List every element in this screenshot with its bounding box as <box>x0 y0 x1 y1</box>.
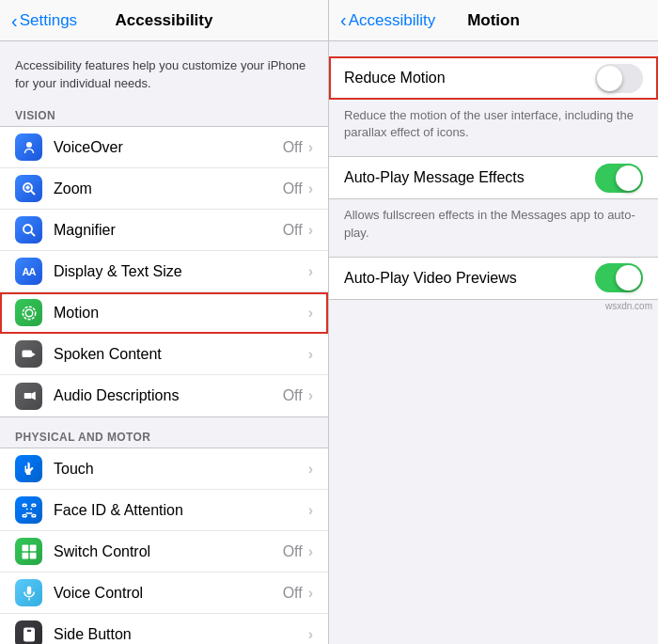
side-chevron-icon: › <box>308 626 313 643</box>
zoom-value: Off <box>283 181 303 197</box>
right-panel: ‹ Accessibility Motion Reduce Motion Red… <box>329 0 658 644</box>
settings-row-display[interactable]: AA Display & Text Size › <box>0 251 328 292</box>
zoom-label: Zoom <box>54 181 283 197</box>
autoplay-messages-toggle[interactable] <box>595 164 643 193</box>
magnifier-label: Magnifier <box>54 222 283 239</box>
svg-rect-13 <box>32 504 36 506</box>
left-back-label: Settings <box>20 11 77 30</box>
right-content: Reduce Motion Reduce the motion of the u… <box>329 41 658 315</box>
voice-chevron-icon: › <box>308 585 313 602</box>
voice-icon <box>15 579 42 606</box>
switch-value: Off <box>283 543 303 560</box>
display-label: Display & Text Size <box>54 263 308 280</box>
magnifier-chevron-icon: › <box>308 222 313 239</box>
svg-rect-23 <box>26 630 31 632</box>
svg-rect-20 <box>26 586 31 594</box>
voice-value: Off <box>283 585 303 602</box>
svg-marker-10 <box>24 393 31 399</box>
svg-rect-9 <box>22 350 32 357</box>
autoplay-messages-group: Auto-Play Message Effects <box>329 156 658 199</box>
touch-chevron-icon: › <box>308 461 313 478</box>
autoplay-video-row: Auto-Play Video Previews <box>329 258 658 299</box>
settings-row-audio[interactable]: Audio Descriptions Off › <box>0 375 328 416</box>
switch-icon <box>15 538 42 565</box>
reduce-motion-toggle[interactable] <box>595 64 643 93</box>
toggle-thumb <box>597 66 622 91</box>
reduce-motion-description: Reduce the motion of the user interface,… <box>329 100 658 156</box>
svg-point-0 <box>26 142 32 148</box>
autoplay-messages-thumb <box>616 165 641 191</box>
autoplay-messages-row: Auto-Play Message Effects <box>329 157 658 198</box>
info-text: Accessibility features help you customiz… <box>15 58 306 90</box>
info-box: Accessibility features help you customiz… <box>0 41 328 103</box>
audio-value: Off <box>283 387 303 404</box>
settings-row-side[interactable]: Side Button › <box>0 614 328 644</box>
autoplay-video-label: Auto-Play Video Previews <box>344 270 595 287</box>
autoplay-messages-description: Allows fullscreen effects in the Message… <box>329 199 658 256</box>
svg-rect-12 <box>23 504 26 506</box>
right-back-button[interactable]: ‹ Accessibility <box>340 9 435 31</box>
settings-row-voice[interactable]: Voice Control Off › <box>0 573 328 614</box>
settings-row-switch[interactable]: Switch Control Off › <box>0 531 328 573</box>
physical-group: Touch › Face ID & Attention › Switch Con… <box>0 448 328 644</box>
svg-marker-11 <box>31 392 36 401</box>
audio-label: Audio Descriptions <box>54 387 283 404</box>
svg-point-5 <box>24 225 32 233</box>
touch-icon <box>15 455 42 482</box>
audio-chevron-icon: › <box>308 387 313 404</box>
voice-label: Voice Control <box>54 585 283 602</box>
settings-row-faceid[interactable]: Face ID & Attention › <box>0 490 328 531</box>
left-panel: ‹ Settings Accessibility Accessibility f… <box>0 0 329 644</box>
motion-label: Motion <box>54 305 308 322</box>
settings-row-touch[interactable]: Touch › <box>0 448 328 490</box>
settings-row-magnifier[interactable]: Magnifier Off › <box>0 210 328 251</box>
spoken-chevron-icon: › <box>308 346 313 363</box>
side-icon <box>15 620 42 644</box>
voiceover-value: Off <box>283 139 303 156</box>
svg-rect-14 <box>23 514 26 516</box>
settings-row-voiceover[interactable]: VoiceOver Off › <box>0 127 328 168</box>
settings-row-spoken[interactable]: Spoken Content › <box>0 334 328 375</box>
right-back-label: Accessibility <box>349 11 436 30</box>
audio-icon <box>15 383 42 410</box>
zoom-icon <box>15 175 42 202</box>
autoplay-video-group: Auto-Play Video Previews <box>329 257 658 300</box>
svg-rect-15 <box>32 514 36 516</box>
reduce-motion-group: Reduce Motion <box>329 56 658 100</box>
autoplay-messages-label: Auto-Play Message Effects <box>344 169 595 186</box>
voiceover-label: VoiceOver <box>54 139 283 156</box>
reduce-motion-label: Reduce Motion <box>344 70 595 86</box>
back-chevron-icon: ‹ <box>11 11 18 30</box>
display-icon: AA <box>15 258 42 285</box>
right-nav-title: Motion <box>467 11 520 30</box>
svg-line-2 <box>30 191 34 195</box>
svg-line-6 <box>30 232 34 236</box>
magnifier-icon <box>15 216 42 243</box>
autoplay-video-toggle[interactable] <box>595 263 643 292</box>
settings-row-zoom[interactable]: Zoom Off › <box>0 168 328 210</box>
svg-rect-19 <box>29 553 36 559</box>
faceid-icon <box>15 496 42 524</box>
right-back-chevron-icon: ‹ <box>340 9 347 31</box>
left-nav-bar: ‹ Settings Accessibility <box>0 0 328 41</box>
switch-chevron-icon: › <box>308 543 313 560</box>
touch-label: Touch <box>54 461 308 478</box>
svg-rect-17 <box>29 544 36 551</box>
left-back-button[interactable]: ‹ Settings <box>11 11 77 30</box>
voiceover-chevron-icon: › <box>308 139 313 156</box>
svg-point-8 <box>23 306 36 320</box>
display-chevron-icon: › <box>308 263 313 280</box>
switch-label: Switch Control <box>54 543 283 560</box>
voiceover-icon <box>15 134 42 161</box>
faceid-chevron-icon: › <box>308 502 313 519</box>
settings-row-motion[interactable]: Motion › <box>0 292 328 334</box>
svg-rect-18 <box>22 553 28 559</box>
motion-chevron-icon: › <box>308 305 313 322</box>
spoken-icon <box>15 340 42 368</box>
right-nav-bar: ‹ Accessibility Motion <box>329 0 658 41</box>
left-nav-title: Accessibility <box>116 11 213 30</box>
vision-section-header: VISION <box>0 103 328 126</box>
watermark: wsxdn.com <box>605 301 652 311</box>
spoken-label: Spoken Content <box>54 346 308 363</box>
svg-rect-16 <box>22 544 28 551</box>
